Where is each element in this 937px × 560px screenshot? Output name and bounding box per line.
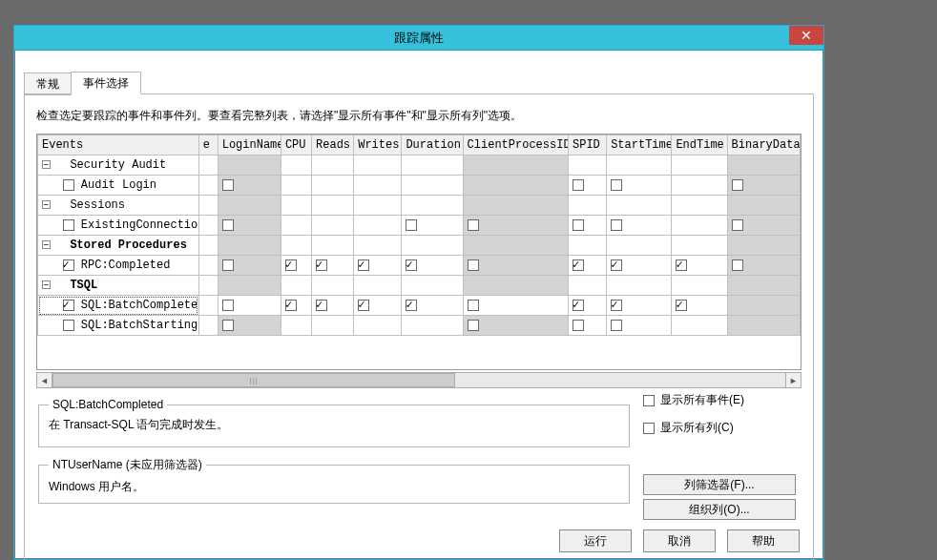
scroll-left-button[interactable]: ◄ bbox=[36, 372, 52, 388]
grid-header-row: Events e LoginName CPU Reads Writes Dura… bbox=[38, 135, 801, 156]
cell-checkbox[interactable] bbox=[406, 259, 417, 271]
cell-checkbox[interactable] bbox=[573, 320, 584, 331]
cell-checkbox[interactable] bbox=[406, 300, 417, 311]
grip-icon: ||| bbox=[250, 376, 259, 384]
cell-checkbox[interactable] bbox=[468, 320, 479, 331]
collapse-icon[interactable]: − bbox=[42, 240, 51, 249]
event-checkbox[interactable] bbox=[63, 300, 74, 311]
cell-checkbox[interactable] bbox=[468, 259, 479, 271]
row-label: Sessions bbox=[70, 198, 125, 212]
scroll-right-button[interactable]: ► bbox=[785, 372, 802, 388]
row-sessions[interactable]: − Sessions bbox=[38, 196, 801, 216]
cell-checkbox[interactable] bbox=[611, 219, 622, 231]
cell-checkbox[interactable] bbox=[611, 259, 622, 271]
cell-checkbox[interactable] bbox=[316, 259, 327, 271]
col-e[interactable]: e bbox=[198, 135, 218, 156]
column-description-legend: NTUserName (未应用筛选器) bbox=[49, 457, 206, 473]
col-starttime[interactable]: StartTime bbox=[607, 135, 672, 156]
cell-checkbox[interactable] bbox=[573, 300, 584, 311]
cell-checkbox[interactable] bbox=[468, 300, 479, 311]
col-spid[interactable]: SPID bbox=[569, 135, 607, 156]
row-stored-procedures[interactable]: − Stored Procedures bbox=[38, 236, 801, 256]
cell-checkbox[interactable] bbox=[285, 259, 297, 271]
cell-checkbox[interactable] bbox=[573, 179, 584, 191]
cell-checkbox[interactable] bbox=[285, 300, 297, 311]
cell-checkbox[interactable] bbox=[676, 259, 687, 271]
tab-event-selection[interactable]: 事件选择 bbox=[71, 72, 141, 94]
col-cpu[interactable]: CPU bbox=[281, 135, 311, 156]
cell-checkbox[interactable] bbox=[573, 259, 584, 271]
organize-columns-button[interactable]: 组织列(O)... bbox=[643, 499, 796, 520]
cancel-button[interactable]: 取消 bbox=[643, 529, 716, 552]
close-button[interactable]: ✕ bbox=[789, 26, 823, 45]
row-label: Audit Login bbox=[81, 178, 156, 192]
event-description-legend: SQL:BatchCompleted bbox=[49, 398, 167, 411]
cell-checkbox[interactable] bbox=[611, 300, 622, 311]
event-checkbox[interactable] bbox=[63, 219, 74, 231]
event-checkbox[interactable] bbox=[63, 320, 74, 331]
show-all-columns-checkbox[interactable] bbox=[643, 423, 655, 434]
cell-checkbox[interactable] bbox=[222, 259, 234, 271]
col-login[interactable]: LoginName bbox=[218, 135, 281, 156]
cell-checkbox[interactable] bbox=[358, 259, 369, 271]
scroll-track[interactable]: ||| bbox=[52, 372, 785, 388]
row-label: SQL:BatchCompleted bbox=[81, 299, 198, 312]
titlebar: 跟踪属性 ✕ bbox=[14, 26, 823, 51]
tab-strip: 常规 事件选择 bbox=[24, 72, 814, 94]
cell-checkbox[interactable] bbox=[468, 219, 479, 231]
run-button[interactable]: 运行 bbox=[559, 529, 632, 552]
tab-panel-events: 检查选定要跟踪的事件和事件列。要查看完整列表，请选择"显示所有事件"和"显示所有… bbox=[24, 93, 814, 560]
row-label: Security Audit bbox=[70, 158, 166, 172]
row-label: Stored Procedures bbox=[70, 239, 186, 252]
col-endtime[interactable]: EndTime bbox=[672, 135, 727, 156]
cell-checkbox[interactable] bbox=[732, 259, 743, 271]
cell-checkbox[interactable] bbox=[732, 219, 743, 231]
col-binarydata[interactable]: BinaryData bbox=[727, 135, 800, 156]
dialog-footer: 运行 取消 帮助 bbox=[559, 529, 800, 556]
cell-checkbox[interactable] bbox=[222, 300, 234, 311]
cell-checkbox[interactable] bbox=[676, 300, 687, 311]
collapse-icon[interactable]: − bbox=[42, 160, 51, 169]
row-label: SQL:BatchStarting bbox=[81, 319, 198, 332]
collapse-icon[interactable]: − bbox=[42, 280, 51, 289]
row-tsql[interactable]: − TSQL bbox=[38, 276, 801, 296]
col-events[interactable]: Events bbox=[38, 135, 199, 156]
cell-checkbox[interactable] bbox=[222, 179, 234, 191]
cell-checkbox[interactable] bbox=[611, 179, 622, 191]
cell-checkbox[interactable] bbox=[222, 219, 234, 231]
row-audit-login[interactable]: Audit Login bbox=[38, 176, 801, 196]
cell-checkbox[interactable] bbox=[406, 219, 417, 231]
tab-general[interactable]: 常规 bbox=[24, 73, 72, 95]
cell-checkbox[interactable] bbox=[358, 300, 369, 311]
row-security-audit[interactable]: − Security Audit bbox=[38, 156, 801, 176]
column-filter-button[interactable]: 列筛选器(F)... bbox=[643, 474, 796, 495]
collapse-icon[interactable]: − bbox=[42, 200, 51, 209]
row-batch-starting[interactable]: SQL:BatchStarting bbox=[38, 316, 801, 336]
col-duration[interactable]: Duration bbox=[402, 135, 463, 156]
dialog-window: 跟踪属性 ✕ 常规 事件选择 检查选定要跟踪的事件和事件列。要查看完整列表，请选… bbox=[13, 25, 824, 560]
horizontal-scrollbar[interactable]: ◄ ||| ► bbox=[36, 372, 802, 388]
col-reads[interactable]: Reads bbox=[312, 135, 354, 156]
row-label: ExistingConnection bbox=[81, 218, 198, 232]
cell-checkbox[interactable] bbox=[573, 219, 584, 231]
row-batch-completed[interactable]: SQL:BatchCompleted bbox=[38, 296, 801, 316]
cell-checkbox[interactable] bbox=[732, 179, 743, 191]
grid-table: Events e LoginName CPU Reads Writes Dura… bbox=[37, 135, 801, 336]
show-all-events-option[interactable]: 显示所有事件(E) bbox=[643, 392, 796, 408]
event-description-group: SQL:BatchCompleted 在 Transact-SQL 语句完成时发… bbox=[38, 398, 630, 447]
col-clientpid[interactable]: ClientProcessID bbox=[463, 135, 568, 156]
show-all-columns-option[interactable]: 显示所有列(C) bbox=[643, 420, 796, 436]
cell-checkbox[interactable] bbox=[316, 300, 327, 311]
event-checkbox[interactable] bbox=[63, 179, 74, 191]
cell-checkbox[interactable] bbox=[222, 320, 234, 331]
help-button[interactable]: 帮助 bbox=[727, 529, 800, 552]
row-existing-connection[interactable]: ExistingConnection bbox=[38, 216, 801, 236]
show-all-events-checkbox[interactable] bbox=[643, 395, 655, 406]
cell-checkbox[interactable] bbox=[611, 320, 622, 331]
col-writes[interactable]: Writes bbox=[354, 135, 402, 156]
row-rpc-completed[interactable]: RPC:Completed bbox=[38, 256, 801, 276]
show-all-events-label: 显示所有事件(E) bbox=[660, 392, 744, 408]
scroll-thumb[interactable]: ||| bbox=[52, 373, 455, 387]
event-checkbox[interactable] bbox=[63, 259, 74, 271]
options-panel: 显示所有事件(E) 显示所有列(C) 列筛选器(F)... 组织列(O)... bbox=[643, 392, 796, 524]
